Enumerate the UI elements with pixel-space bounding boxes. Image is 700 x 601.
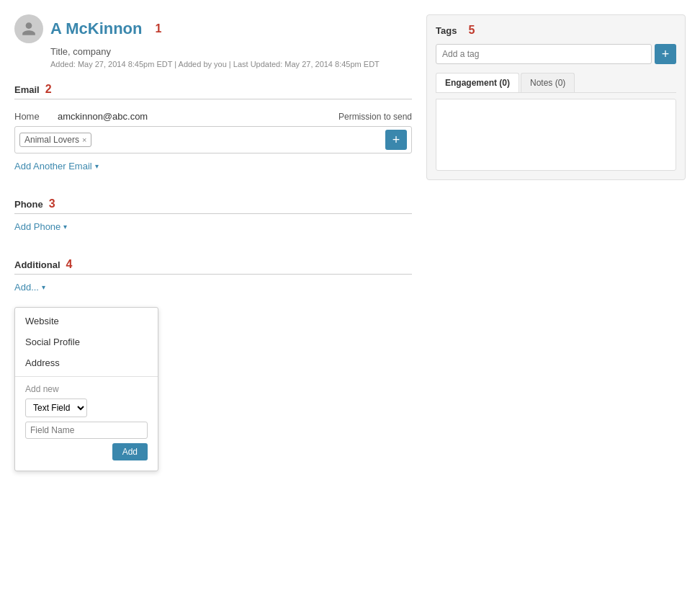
add-phone-link[interactable]: Add Phone ▾ [14, 221, 67, 232]
add-additional-text: Add... [14, 282, 39, 293]
add-tag-plus-button[interactable]: + [655, 44, 676, 64]
step-badge-5: 5 [468, 24, 475, 37]
add-another-email-arrow: ▾ [95, 162, 99, 170]
tabs-row: Engagement (0) Notes (0) [436, 73, 676, 93]
additional-section-title: Additional [14, 259, 60, 270]
additional-dropdown-menu: Website Social Profile Address Add new T… [14, 307, 158, 471]
additional-section-header: Additional 4 [14, 258, 412, 275]
step-badge-3: 3 [49, 197, 55, 210]
add-another-email-link[interactable]: Add Another Email ▾ [14, 161, 99, 172]
email-section: Email 2 Home amckinnon@abc.com Permissio… [14, 83, 412, 186]
dropdown-divider [15, 376, 158, 377]
add-tag-button[interactable]: + [385, 130, 407, 150]
add-phone-text: Add Phone [14, 221, 60, 232]
step-badge-2: 2 [45, 83, 52, 96]
email-address: amckinnon@abc.com [58, 111, 331, 122]
tag-row: Animal Lovers × + [14, 126, 412, 153]
phone-section-header: Phone 3 [14, 197, 412, 214]
step-badge-4: 4 [66, 258, 73, 271]
add-tag-input[interactable] [436, 44, 652, 64]
dropdown-item-social[interactable]: Social Profile [15, 331, 158, 352]
phone-section: Phone 3 Add Phone ▾ [14, 197, 412, 246]
permission-text: Permission to send [338, 112, 412, 122]
tags-panel-title: Tags [436, 25, 457, 36]
tab-notes[interactable]: Notes (0) [521, 73, 575, 92]
contact-header: A McKinnon 1 [14, 14, 412, 43]
contact-name: A McKinnon [50, 19, 143, 38]
tag-chip: Animal Lovers × [19, 133, 91, 147]
add-tag-row: + [436, 44, 676, 64]
email-section-header: Email 2 [14, 83, 412, 99]
right-panel: Tags 5 + Engagement (0) Notes (0) [426, 14, 686, 483]
avatar [14, 14, 43, 43]
tag-chip-close[interactable]: × [82, 135, 86, 144]
contact-meta: Added: May 27, 2014 8:45pm EDT | Added b… [50, 60, 412, 68]
tags-panel-header: Tags 5 [436, 24, 676, 37]
phone-section-title: Phone [14, 199, 43, 210]
add-additional-arrow: ▾ [42, 283, 45, 291]
add-another-email-text: Add Another Email [14, 161, 92, 172]
field-name-input[interactable] [25, 422, 148, 439]
add-new-section: Add new Text Field Add [15, 380, 158, 468]
email-row: Home amckinnon@abc.com Permission to sen… [14, 107, 412, 126]
tab-engagement[interactable]: Engagement (0) [436, 73, 519, 92]
left-panel: A McKinnon 1 Title, company Added: May 2… [14, 14, 412, 483]
tab-content-area [436, 99, 676, 171]
field-type-select[interactable]: Text Field [25, 399, 87, 417]
tag-chip-label: Animal Lovers [24, 135, 79, 145]
email-section-title: Email [14, 84, 40, 95]
tags-panel: Tags 5 + Engagement (0) Notes (0) [426, 14, 686, 180]
email-label: Home [14, 111, 50, 122]
add-phone-arrow: ▾ [63, 223, 67, 231]
contact-subtitle: Title, company [50, 46, 412, 57]
field-type-row: Text Field [25, 399, 148, 417]
add-field-button[interactable]: Add [112, 443, 148, 460]
add-additional-link[interactable]: Add... ▾ [14, 282, 45, 293]
add-new-label: Add new [25, 384, 148, 394]
dropdown-item-address[interactable]: Address [15, 352, 158, 373]
additional-section: Additional 4 Add... ▾ Website Social Pro… [14, 258, 412, 471]
dropdown-item-website[interactable]: Website [15, 311, 158, 331]
step-badge-1: 1 [156, 22, 162, 35]
